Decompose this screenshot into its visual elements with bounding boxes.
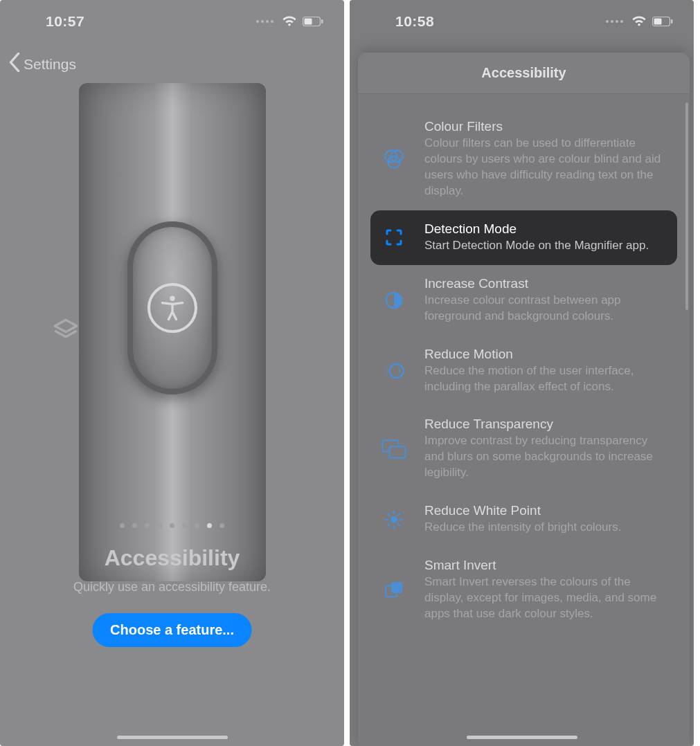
status-time: 10:57 [46,13,84,30]
home-indicator[interactable] [467,736,577,739]
reduce-motion-icon [379,347,409,395]
row-smart-invert[interactable]: Smart Invert Smart Invert reverses the c… [370,547,677,633]
row-desc: Improve contrast by reducing transparenc… [424,433,669,481]
row-desc: Reduce the intensity of bright colours. [424,520,669,536]
svg-rect-2 [321,19,323,24]
reduce-white-point-icon [379,503,409,536]
row-desc: Increase colour contrast between app for… [424,293,669,325]
row-desc: Colour filters can be used to differenti… [424,136,669,199]
magnifier-icon [264,316,294,348]
accessibility-sheet: Accessibility Colour Filters Colour filt… [358,53,690,746]
hero-section: Accessibility Quickly use an accessibili… [0,83,344,746]
phone-side-illustration [79,83,266,581]
row-increase-contrast[interactable]: Increase Contrast Increase colour contra… [370,265,677,336]
row-title: Reduce Transparency [424,417,669,432]
detection-mode-icon [379,221,409,254]
row-desc: Reduce the motion of the user interface,… [424,363,669,395]
status-bar: 10:58 [350,0,694,33]
svg-point-12 [390,364,404,378]
row-title: Reduce Motion [424,347,669,362]
svg-point-16 [391,516,397,523]
battery-icon [652,17,673,26]
back-button[interactable]: Settings [0,33,344,75]
row-reduce-motion[interactable]: Reduce Motion Reduce the motion of the u… [370,336,677,406]
wifi-icon [631,16,647,27]
svg-rect-18 [391,582,402,593]
row-desc: Smart Invert reverses the colours of the… [424,574,669,622]
row-title: Detection Mode [424,221,669,237]
row-detection-mode[interactable]: Detection Mode Start Detection Mode on t… [370,210,677,265]
colour-filters-icon [379,119,409,199]
cellular-dots-icon [256,20,273,23]
status-time: 10:58 [395,13,434,30]
row-reduce-transparency[interactable]: Reduce Transparency Improve contrast by … [370,406,677,492]
hero-subtitle: Quickly use an accessibility feature. [0,580,344,594]
hero-title: Accessibility [0,545,344,571]
phone-left: 10:57 Settings [0,0,344,746]
row-title: Smart Invert [424,558,669,573]
status-icons [256,16,323,27]
smart-invert-icon [379,558,409,622]
status-icons [606,16,673,27]
battery-icon [303,17,323,26]
choose-feature-button[interactable]: Choose a feature... [92,613,252,647]
reduce-transparency-icon [379,417,409,481]
chevron-left-icon [8,53,21,75]
svg-rect-6 [654,19,662,25]
back-label: Settings [24,56,76,73]
svg-rect-7 [671,19,673,24]
layers-icon [51,316,80,348]
wifi-icon [282,16,297,27]
phone-right: 10:58 Accessibility Colour Filters Colou… [350,0,694,746]
home-indicator[interactable] [117,736,228,739]
row-title: Reduce White Point [424,503,669,518]
status-bar: 10:57 [0,0,344,33]
accessibility-icon [147,283,197,333]
cellular-dots-icon [606,20,623,23]
row-colour-filters[interactable]: Colour Filters Colour filters can be use… [370,108,677,210]
sheet-title: Accessibility [358,53,690,94]
row-title: Colour Filters [424,119,669,134]
action-button-illustration [127,221,217,394]
svg-point-3 [170,296,174,301]
row-title: Increase Contrast [424,276,669,291]
page-indicator[interactable] [0,523,344,528]
svg-rect-1 [305,19,312,25]
row-desc: Start Detection Mode on the Magnifier ap… [424,238,669,254]
row-reduce-white-point[interactable]: Reduce White Point Reduce the intensity … [370,492,677,547]
increase-contrast-icon [379,276,409,325]
svg-point-13 [386,364,400,378]
scroll-indicator[interactable] [685,102,688,310]
svg-rect-15 [390,446,406,458]
feature-list[interactable]: Colour Filters Colour filters can be use… [358,94,690,746]
